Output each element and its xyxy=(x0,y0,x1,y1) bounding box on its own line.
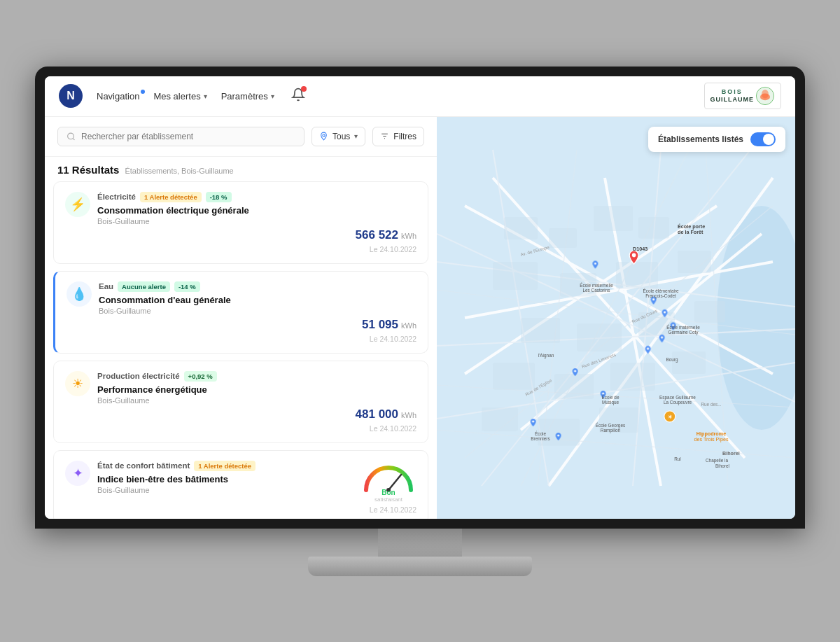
map-pin-orange[interactable]: ☀ xyxy=(664,410,676,421)
svg-text:École maternelle: École maternelle xyxy=(666,324,700,330)
svg-rect-34 xyxy=(549,228,577,248)
card-location-solar: Bois-Guillaume xyxy=(97,396,416,405)
card-location-electricity: Bois-Guillaume xyxy=(97,217,416,225)
svg-text:Rampillon: Rampillon xyxy=(601,428,621,433)
svg-text:Bihorel: Bihorel xyxy=(715,463,729,468)
establishments-toggle-switch[interactable] xyxy=(750,132,776,146)
card-icon-solar: ☀ xyxy=(65,371,90,396)
monitor-screen: N Navigation Mes alertes ▾ Paramètres ▾ xyxy=(35,67,805,529)
svg-point-2 xyxy=(762,90,769,99)
svg-rect-35 xyxy=(594,206,633,231)
svg-point-3 xyxy=(68,133,74,139)
card-name-electricity: Consommation électrique générale xyxy=(97,205,416,216)
monitor-neck xyxy=(378,529,462,557)
svg-rect-40 xyxy=(678,251,711,273)
nav-item-navigation[interactable]: Navigation xyxy=(97,91,139,102)
app-container: N Navigation Mes alertes ▾ Paramètres ▾ xyxy=(45,76,795,519)
svg-rect-33 xyxy=(504,217,538,239)
card-icon-water: 💧 xyxy=(66,281,92,307)
svg-point-62 xyxy=(557,434,559,436)
card-electricity[interactable]: ⚡ Électricité 1 Alerte détectée -18 % Co… xyxy=(53,181,428,264)
svg-rect-41 xyxy=(521,318,560,343)
main-content: Tous ▾ Filtres xyxy=(45,117,795,519)
chevron-down-icon: ▾ xyxy=(204,92,207,100)
app-window: N Navigation Mes alertes ▾ Paramètres ▾ xyxy=(45,76,795,519)
svg-text:des Trois Pipes: des Trois Pipes xyxy=(694,436,729,442)
svg-rect-46 xyxy=(554,374,594,399)
svg-point-59 xyxy=(574,370,576,372)
svg-point-61 xyxy=(532,420,534,422)
svg-text:l'Aignan: l'Aignan xyxy=(538,353,554,358)
location-filter[interactable]: Tous ▾ xyxy=(312,127,365,146)
svg-text:de la Forêt: de la Forêt xyxy=(678,229,704,235)
svg-text:École de: École de xyxy=(602,394,620,400)
filters-button[interactable]: Filtres xyxy=(372,127,424,146)
results-subtitle: Établissements, Bois-Guillaume xyxy=(125,167,233,175)
app-logo[interactable]: N xyxy=(59,84,83,108)
card-category-comfort: État de confort bâtiment 1 Alerte détect… xyxy=(97,461,354,471)
brand-logo: BOIS GUILLAUME xyxy=(704,83,782,109)
svg-rect-48 xyxy=(672,351,706,374)
filter-icon xyxy=(380,132,389,141)
bell-icon[interactable] xyxy=(291,88,305,104)
card-name-comfort: Indice bien-être des bâtiments xyxy=(97,474,354,484)
card-location-comfort: Bois-Guillaume xyxy=(97,486,354,494)
svg-point-57 xyxy=(661,336,663,338)
card-solar[interactable]: ☀ Production électricité +0,92 % Perform… xyxy=(53,361,428,443)
svg-text:Les Castorins: Les Castorins xyxy=(582,288,610,293)
svg-text:École: École xyxy=(535,431,546,436)
establishments-toggle: Établissements listés xyxy=(648,127,785,152)
svg-text:Rue des...: Rue des... xyxy=(701,402,721,407)
svg-line-8 xyxy=(388,475,401,490)
bell-notification-dot xyxy=(301,86,307,92)
svg-text:☀: ☀ xyxy=(668,414,672,420)
map-panel: ☀ Rue de la Haie Tige École maternelle L… xyxy=(437,117,795,519)
svg-point-4 xyxy=(323,134,325,137)
svg-rect-37 xyxy=(493,262,538,290)
svg-text:La Coupeuvre: La Coupeuvre xyxy=(664,400,692,405)
svg-text:Chapelle la: Chapelle la xyxy=(706,458,728,463)
svg-point-58 xyxy=(647,347,649,349)
nav-item-alertes[interactable]: Mes alertes ▾ xyxy=(153,91,206,102)
svg-rect-49 xyxy=(482,407,518,431)
svg-text:D1043: D1043 xyxy=(633,246,648,252)
svg-point-54 xyxy=(652,298,654,300)
card-icon-comfort: ✦ xyxy=(65,461,90,486)
card-comfort[interactable]: ✦ État de confort bâtiment 1 Alerte déte… xyxy=(53,450,428,519)
svg-text:Germaine Coty: Germaine Coty xyxy=(668,330,699,335)
svg-rect-42 xyxy=(577,323,622,351)
svg-text:Bourg: Bourg xyxy=(666,357,678,363)
nav-item-parametres[interactable]: Paramètres ▾ xyxy=(221,91,274,102)
location-icon xyxy=(319,132,328,141)
svg-text:François-Codet: François-Codet xyxy=(645,293,676,299)
navbar: N Navigation Mes alertes ▾ Paramètres ▾ xyxy=(45,76,795,117)
svg-point-55 xyxy=(664,311,666,313)
left-panel: Tous ▾ Filtres xyxy=(45,117,437,519)
svg-rect-39 xyxy=(616,262,658,288)
card-category-electricity: Électricité 1 Alerte détectée -18 % xyxy=(97,192,416,202)
svg-rect-47 xyxy=(610,363,655,391)
card-location-water: Bois-Guillaume xyxy=(99,307,416,315)
card-name-water: Consommation d'eau générale xyxy=(99,295,416,305)
map-container: ☀ Rue de la Haie Tige École maternelle L… xyxy=(437,117,795,519)
chevron-down-icon: ▾ xyxy=(271,92,274,100)
card-water[interactable]: 💧 Eau Aucune alerte -14 % Consommation d… xyxy=(53,271,428,354)
svg-text:Bihorel: Bihorel xyxy=(722,450,740,456)
cards-list: ⚡ Électricité 1 Alerte détectée -18 % Co… xyxy=(45,181,437,519)
svg-text:Brenniers: Brenniers xyxy=(531,436,550,441)
card-icon-electricity: ⚡ xyxy=(65,192,90,217)
results-count: 11 Résultats xyxy=(57,164,119,176)
card-category-solar: Production électricité +0,92 % xyxy=(97,371,416,382)
svg-rect-36 xyxy=(638,217,669,238)
search-input[interactable] xyxy=(81,132,295,141)
toggle-knob xyxy=(763,134,774,145)
svg-point-53 xyxy=(594,262,596,264)
search-icon xyxy=(66,132,76,141)
svg-rect-44 xyxy=(694,301,725,322)
nav-notification-dot xyxy=(141,90,145,94)
svg-point-60 xyxy=(602,392,604,394)
results-header: 11 Résultats Établissements, Bois-Guilla… xyxy=(45,157,437,181)
search-wrapper[interactable] xyxy=(57,127,304,146)
chevron-down-icon: ▾ xyxy=(354,132,358,140)
svg-text:École maternelle: École maternelle xyxy=(580,282,613,288)
